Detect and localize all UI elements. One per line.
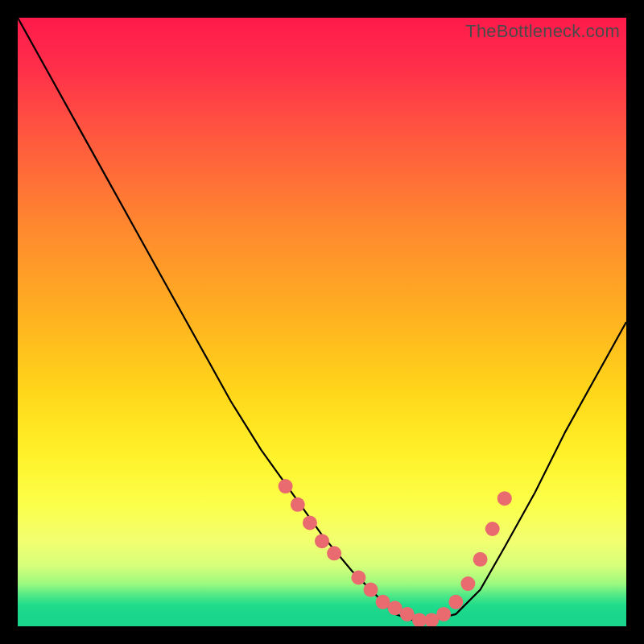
curve-marker	[327, 546, 341, 560]
curve-marker	[473, 552, 488, 567]
curve-marker	[364, 583, 378, 597]
curve-marker	[351, 571, 365, 585]
bottleneck-curve	[18, 18, 626, 620]
curve-marker	[497, 491, 512, 506]
curve-marker	[436, 607, 451, 621]
curve-marker	[448, 595, 463, 609]
chart-frame: TheBottleneck.com	[0, 0, 644, 644]
curve-marker	[315, 534, 329, 548]
curve-svg	[18, 18, 626, 626]
plot-area: TheBottleneck.com	[18, 18, 626, 626]
curve-marker	[279, 479, 293, 493]
curve-marker	[291, 497, 305, 512]
marker-group	[279, 479, 512, 626]
curve-marker	[303, 516, 317, 530]
curve-marker	[485, 522, 500, 536]
curve-marker	[460, 576, 475, 591]
